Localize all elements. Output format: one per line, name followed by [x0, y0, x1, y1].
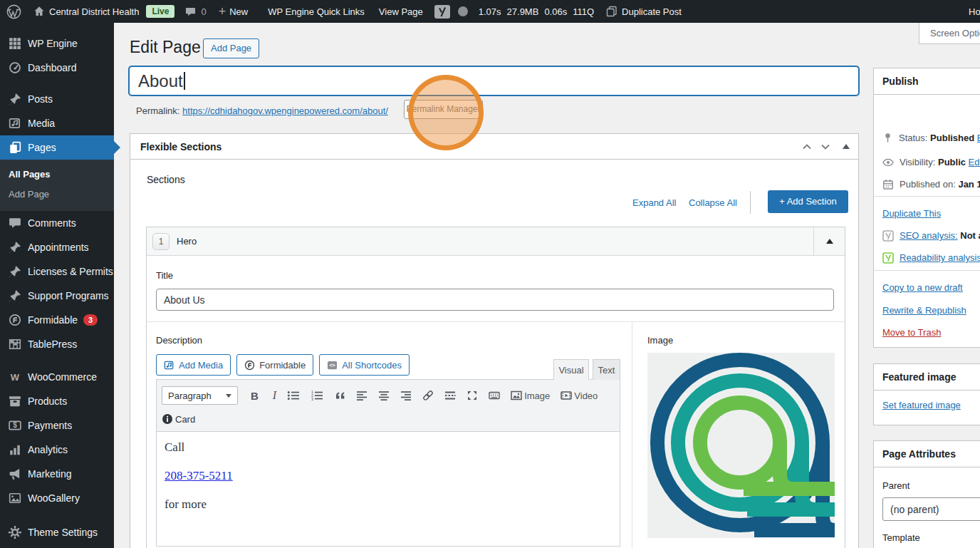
italic-button[interactable]: I	[273, 389, 276, 402]
new-menu[interactable]: + New	[219, 6, 249, 17]
metric-memory: 27.9MB	[507, 6, 539, 17]
section-collapse-button[interactable]	[813, 227, 845, 255]
status-dot-icon[interactable]	[458, 6, 468, 16]
editor-toolbar: Paragraph B I	[157, 380, 620, 432]
formidable-button[interactable]: Formidable	[236, 354, 313, 376]
featured-image-title: Featured image	[874, 364, 980, 391]
section-name: Hero	[177, 236, 197, 247]
card-button[interactable]: Card	[162, 413, 195, 425]
menu-analytics[interactable]: Analytics	[0, 438, 114, 462]
metabox-header[interactable]: Flexible Sections	[130, 134, 858, 160]
rewrite-republish-link[interactable]: Rewrite & Republish	[882, 305, 966, 316]
featured-image-box: Featured image Set featured image	[873, 363, 980, 425]
align-left-button[interactable]	[356, 390, 368, 401]
divider	[750, 191, 751, 214]
wpe-quick-links[interactable]: WP Engine Quick Links	[268, 6, 365, 17]
menu-formidable[interactable]: Formidable3	[0, 308, 114, 332]
hero-section-header[interactable]: 1 Hero	[147, 227, 845, 256]
menu-tablepress[interactable]: TablePress	[0, 332, 114, 356]
phone-link[interactable]: 208-375-5211	[165, 469, 233, 482]
permalink-url[interactable]: https://cdhidahogov.wpenginepowered.com/…	[182, 105, 388, 116]
all-shortcodes-button[interactable]: All Shortcodes	[319, 354, 410, 376]
title-field-label: Title	[156, 270, 835, 281]
yoast-icon[interactable]	[434, 5, 450, 19]
bullet-list-button[interactable]	[287, 390, 300, 401]
flexible-sections-metabox: Flexible Sections Sections Expand All Co…	[130, 133, 859, 548]
expand-all-link[interactable]: Expand All	[632, 197, 676, 208]
environment-badge[interactable]: Live	[146, 5, 174, 18]
menu-marketing[interactable]: Marketing	[0, 462, 114, 486]
tab-text[interactable]: Text	[593, 359, 620, 380]
align-right-button[interactable]	[400, 390, 412, 401]
comments-menu[interactable]: 0	[185, 6, 206, 17]
menu-woocommerce[interactable]: WWooCommerce	[0, 365, 114, 389]
bold-button[interactable]: B	[251, 390, 259, 402]
post-title-input[interactable]: About	[129, 66, 859, 95]
hero-image-preview[interactable]	[647, 353, 835, 538]
edit-visibility-link[interactable]: Edit	[969, 157, 980, 167]
insert-video-button[interactable]: Video	[561, 390, 598, 401]
set-featured-image-link[interactable]: Set featured image	[882, 400, 961, 410]
toolbar-toggle-button[interactable]	[489, 390, 500, 401]
submenu-add-page[interactable]: Add Page	[0, 185, 114, 205]
move-to-trash-link[interactable]: Move to Trash	[882, 327, 941, 338]
blockquote-button[interactable]	[334, 390, 345, 401]
numbered-list-button[interactable]	[311, 390, 323, 401]
menu-dashboard[interactable]: Dashboard	[0, 56, 114, 80]
add-section-button[interactable]: + Add Section	[768, 190, 848, 213]
view-page-link[interactable]: View Page	[379, 6, 423, 17]
menu-pages[interactable]: Pages	[0, 135, 114, 160]
add-media-button[interactable]: Add Media	[156, 354, 231, 376]
duplicate-this-link[interactable]: Duplicate This	[882, 208, 941, 219]
edit-status-link[interactable]: Ed	[977, 133, 980, 143]
duplicate-post-menu[interactable]: Duplicate Post	[606, 6, 682, 17]
page-attributes-box: Page Attributes Parent (no parent) Templ…	[873, 440, 980, 548]
submenu-all-pages[interactable]: All Pages	[0, 165, 114, 185]
editor-content-area[interactable]: Call 208-375-5211 for more	[157, 432, 620, 546]
menu-woogallery[interactable]: WooGallery	[0, 486, 114, 510]
menu-appointments[interactable]: Appointments	[0, 235, 114, 259]
seo-analysis-link[interactable]: SEO analysis:	[900, 230, 958, 241]
published-on-row: Published on: Jan 12	[882, 179, 980, 190]
move-up-icon[interactable]	[801, 141, 813, 152]
menu-wp-engine[interactable]: WP Engine	[0, 31, 114, 56]
copy-draft-link[interactable]: Copy to a new draft	[882, 282, 963, 293]
menu-products[interactable]: Products	[0, 389, 114, 413]
query-monitor[interactable]: 1.07s 27.9MB 0.06s 111Q	[479, 6, 594, 17]
fullscreen-button[interactable]	[466, 390, 478, 401]
screen-options-tab[interactable]: Screen Optio	[919, 23, 980, 44]
page-title: Edit Page	[130, 38, 201, 57]
formidable-badge: 3	[83, 314, 98, 326]
menu-support-programs[interactable]: Support Programs	[0, 284, 114, 308]
link-button[interactable]	[422, 390, 434, 401]
main-content: Edit Page Add Page About Permalink: http…	[114, 23, 980, 548]
menu-posts[interactable]: Posts	[0, 87, 114, 111]
add-page-button[interactable]: Add Page	[203, 38, 259, 58]
pages-submenu: All Pages Add Page	[0, 160, 114, 211]
menu-licenses[interactable]: Licenses & Permits	[0, 259, 114, 284]
align-center-button[interactable]	[378, 390, 390, 401]
site-menu[interactable]: Central District Health	[33, 6, 139, 17]
duplicate-icon	[606, 6, 617, 17]
move-down-icon[interactable]	[820, 141, 831, 152]
insert-image-button[interactable]: Image	[511, 390, 550, 401]
howdy-menu[interactable]: Ho	[969, 6, 980, 17]
read-more-button[interactable]	[444, 390, 456, 401]
divider	[874, 196, 980, 197]
hero-title-input[interactable]: About Us	[156, 289, 834, 311]
select-caret-icon	[226, 394, 231, 398]
permalink-label: Permalink:	[136, 105, 179, 116]
wp-logo-icon[interactable]	[6, 4, 21, 19]
menu-media[interactable]: Media	[0, 111, 114, 135]
readability-analysis-link[interactable]: Readability analysis:	[900, 252, 980, 263]
menu-payments[interactable]: Payments	[0, 413, 114, 438]
paragraph-format-select[interactable]: Paragraph	[162, 386, 238, 405]
status-row: Status: Published Ed	[882, 133, 980, 143]
collapse-toggle-icon[interactable]	[843, 144, 850, 149]
parent-select[interactable]: (no parent)	[882, 497, 980, 521]
image-field-label: Image	[647, 335, 845, 346]
menu-comments[interactable]: Comments	[0, 211, 114, 235]
collapse-all-link[interactable]: Collapse All	[689, 197, 737, 208]
tab-visual[interactable]: Visual	[553, 359, 589, 380]
menu-theme-settings[interactable]: Theme Settings	[0, 520, 114, 544]
